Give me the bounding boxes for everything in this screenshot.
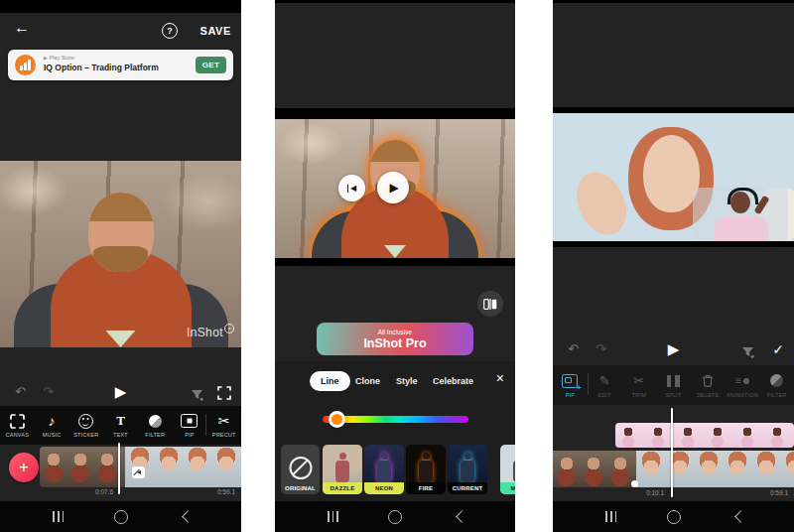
status-bar-area <box>553 0 794 3</box>
play-store-icon: ▶ <box>44 56 47 61</box>
android-navbar <box>0 501 241 532</box>
tool-pip-active[interactable]: PIP <box>553 365 588 405</box>
video-preview <box>553 107 794 247</box>
clip-volume-badge[interactable] <box>132 466 145 478</box>
ad-title: IQ Option – Trading Platform <box>44 63 159 72</box>
pip-icon <box>181 413 198 429</box>
inshot-pro-banner[interactable]: All Inclusive InShot Pro <box>317 323 473 355</box>
redo-icon[interactable]: ↷ <box>596 341 606 356</box>
undo-icon[interactable]: ↶ <box>568 341 579 356</box>
watermark-remove-icon[interactable]: × <box>224 324 234 333</box>
color-slider-thumb[interactable] <box>329 411 345 428</box>
android-navbar <box>553 501 794 532</box>
none-prohibition-icon <box>289 457 312 479</box>
tab-clone[interactable]: Clone <box>355 376 380 386</box>
undo-icon[interactable]: ↶ <box>15 384 26 399</box>
pip-toolbar: PIP ✎ EDIT ✂ TRIM SPLIT DELETE ≡ <box>553 365 794 405</box>
filter-fire[interactable]: FIRE <box>406 445 446 494</box>
tool-sticker[interactable]: STICKER <box>68 406 103 445</box>
home-button[interactable] <box>388 510 402 524</box>
help-icon[interactable]: ? <box>162 23 178 39</box>
nav-back-button[interactable] <box>734 510 747 523</box>
transition-button[interactable] <box>631 480 638 487</box>
android-navbar <box>275 501 515 532</box>
filter-current[interactable]: CURRENT <box>448 445 487 494</box>
split-icon <box>667 373 680 389</box>
recents-button[interactable] <box>53 511 64 522</box>
pencil-icon: ✎ <box>599 373 610 389</box>
tool-text[interactable]: T TEXT <box>103 406 138 445</box>
video-preview: InShot × <box>0 161 241 347</box>
timeline-playhead <box>118 443 120 494</box>
tab-style[interactable]: Style <box>396 376 418 386</box>
timeline-clip-2[interactable] <box>636 451 794 487</box>
recents-button[interactable] <box>328 511 338 522</box>
filter-original[interactable]: ORIGINAL <box>281 445 320 494</box>
tab-celebrate[interactable]: Celebrate <box>433 376 473 386</box>
play-button[interactable]: ▶ <box>377 172 409 203</box>
confirm-check-icon[interactable]: ✓ <box>772 341 784 357</box>
filter-dazzle[interactable]: DAZZLE <box>323 445 362 494</box>
add-clip-button[interactable]: + <box>9 453 39 482</box>
skip-triangle-icon: ◀ <box>350 184 356 193</box>
tool-pip[interactable]: PIP <box>173 406 207 445</box>
pip-track-clip[interactable] <box>615 423 794 448</box>
redo-icon[interactable]: ↷ <box>43 384 54 399</box>
skip-to-start-button[interactable]: ◀ <box>338 175 365 201</box>
toolbar-divider <box>588 373 589 395</box>
nav-back-button[interactable] <box>182 510 195 523</box>
trash-icon <box>702 373 714 389</box>
compare-icon <box>483 299 497 310</box>
ad-app-icon <box>15 55 36 75</box>
sticker-smiley-icon <box>78 413 93 429</box>
tool-filter[interactable]: FILTER <box>759 365 794 405</box>
play-button[interactable]: ▶ <box>668 340 680 358</box>
tool-animation[interactable]: ≡ ANIMATION <box>726 365 760 405</box>
play-button[interactable]: ▶ <box>115 383 127 401</box>
play-icon: ▶ <box>389 181 398 195</box>
watermark: InShot × <box>187 326 234 339</box>
timeline-clip-1[interactable] <box>553 451 636 487</box>
tab-line-selected[interactable]: Line <box>310 371 350 391</box>
pip-overlay-layer[interactable] <box>693 188 788 241</box>
save-button[interactable]: SAVE <box>199 25 231 37</box>
filter-funnel-icon[interactable] <box>191 387 203 405</box>
ad-banner[interactable]: ▶ Play Store IQ Option – Trading Platfor… <box>8 50 233 80</box>
filter-neon[interactable]: NEON <box>364 445 404 494</box>
filter-funnel-icon[interactable] <box>741 344 754 362</box>
current-time: 0:07.6 <box>95 488 113 495</box>
ad-store-label: ▶ Play Store <box>44 55 74 61</box>
pip-add-icon <box>562 373 578 389</box>
fullscreen-icon[interactable] <box>217 386 231 404</box>
tool-delete[interactable]: DELETE <box>691 365 726 405</box>
current-time: 0:10.1 <box>646 489 664 496</box>
ad-get-button[interactable]: GET <box>196 57 226 73</box>
toolbar-divider <box>205 414 206 436</box>
compare-before-after-button[interactable] <box>477 291 503 317</box>
tool-music[interactable]: ♪ MUSIC <box>35 406 69 445</box>
filter-thumb-figure <box>335 453 349 482</box>
recents-button[interactable] <box>605 511 616 522</box>
pro-banner-title: InShot Pro <box>363 336 426 350</box>
tool-trim[interactable]: ✂ TRIM <box>621 365 656 405</box>
nav-back-button[interactable] <box>456 510 468 523</box>
text-tool-icon: T <box>116 413 125 429</box>
back-arrow-icon[interactable]: ← <box>14 19 30 37</box>
tool-canvas[interactable]: CANVAS <box>0 406 35 445</box>
animation-icon: ≡ <box>735 373 748 389</box>
tool-precut[interactable]: ✂ PRECUT <box>206 406 241 445</box>
watermark-text: InShot <box>187 326 223 339</box>
tool-split[interactable]: SPLIT <box>656 365 691 405</box>
editor-screen-main: ← ? SAVE ▶ Play Store IQ Option – Tradin… <box>0 0 241 532</box>
video-scene <box>553 113 794 241</box>
tool-edit[interactable]: ✎ EDIT <box>588 365 622 405</box>
main-toolbar: CANVAS ♪ MUSIC STICKER T TEXT FILTER PIP <box>0 406 241 445</box>
filter-thumb-figure <box>513 453 515 482</box>
home-button[interactable] <box>667 510 681 524</box>
filter-multi[interactable]: MULTI <box>500 445 515 494</box>
tool-filter[interactable]: FILTER <box>138 406 173 445</box>
home-button[interactable] <box>114 510 128 524</box>
close-icon[interactable]: × <box>496 370 504 386</box>
muted-speaker-icon <box>137 470 141 474</box>
timeline-clip-1[interactable] <box>40 447 125 487</box>
